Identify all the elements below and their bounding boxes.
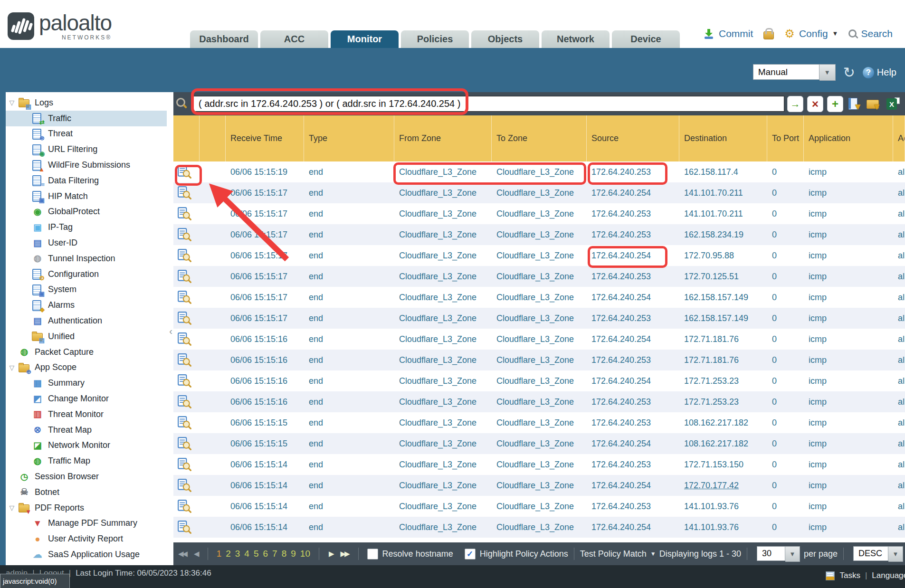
tree-expander-icon[interactable]: ▽ bbox=[6, 364, 18, 371]
highlight-policy-actions-checkbox[interactable]: ✓ bbox=[465, 549, 476, 560]
log-detail-magnifier-icon[interactable] bbox=[173, 224, 200, 245]
sidebar-item-alarms[interactable]: ◆Alarms bbox=[6, 297, 167, 313]
page-number-5[interactable]: 5 bbox=[254, 549, 259, 559]
sidebar-item-traffic-map[interactable]: ◍Traffic Map bbox=[6, 453, 167, 469]
log-detail-magnifier-icon[interactable] bbox=[173, 203, 200, 224]
column-header-to-port[interactable]: To Port bbox=[767, 115, 804, 161]
tab-network[interactable]: Network bbox=[542, 30, 610, 48]
page-number-1[interactable]: 1 bbox=[217, 549, 222, 559]
page-number-6[interactable]: 6 bbox=[263, 549, 268, 559]
column-header-receive-time[interactable]: Receive Time bbox=[226, 115, 304, 161]
tab-dashboard[interactable]: Dashboard bbox=[190, 30, 258, 48]
page-number-4[interactable]: 4 bbox=[244, 549, 249, 559]
log-detail-magnifier-icon[interactable] bbox=[173, 496, 200, 517]
page-number-9[interactable]: 9 bbox=[291, 549, 296, 559]
log-detail-magnifier-icon[interactable] bbox=[173, 308, 200, 329]
column-header-to-zone[interactable]: To Zone bbox=[492, 115, 587, 161]
column-header-from-zone[interactable]: From Zone bbox=[394, 115, 492, 161]
commit-button[interactable]: Commit bbox=[719, 28, 753, 39]
sidebar-item-summary[interactable]: ▦Summary bbox=[6, 375, 167, 391]
sidebar-item-packet-capture[interactable]: ◍Packet Capture bbox=[6, 344, 167, 360]
log-detail-magnifier-icon[interactable] bbox=[173, 454, 200, 475]
log-detail-magnifier-icon[interactable] bbox=[173, 161, 200, 182]
sidebar-item-traffic[interactable]: ⇄Traffic bbox=[6, 111, 167, 126]
sidebar-item-user-activity-report[interactable]: ●User Activity Report bbox=[6, 531, 167, 547]
sidebar-item-pdf-reports[interactable]: ▽▼PDF Reports bbox=[6, 500, 167, 516]
sidebar-item-change-monitor[interactable]: ◩Change Monitor bbox=[6, 391, 167, 407]
last-page-icon[interactable]: ▶▶ bbox=[341, 550, 349, 558]
page-number-2[interactable]: 2 bbox=[226, 549, 231, 559]
tab-device[interactable]: Device bbox=[612, 30, 680, 48]
refresh-mode-caret-icon[interactable]: ▼ bbox=[819, 64, 836, 81]
tab-policies[interactable]: Policies bbox=[401, 30, 469, 48]
sidebar-item-hip-match[interactable]: ▣HIP Match bbox=[6, 189, 167, 204]
sidebar-item-wildfire-submissions[interactable]: ▲WildFire Submissions bbox=[6, 157, 167, 173]
log-detail-magnifier-icon[interactable] bbox=[173, 391, 200, 412]
column-header-type[interactable]: Type bbox=[304, 115, 394, 161]
filter-builder-icon[interactable]: ▼ bbox=[847, 96, 862, 112]
sidebar-item-tunnel-inspection[interactable]: ◍Tunnel Inspection bbox=[6, 251, 167, 266]
tree-expander-icon[interactable]: ▽ bbox=[6, 504, 18, 512]
language-button[interactable]: Language bbox=[872, 571, 905, 580]
tree-expander-icon[interactable]: ▽ bbox=[6, 99, 18, 106]
log-detail-magnifier-icon[interactable] bbox=[173, 370, 200, 391]
search-button[interactable]: Search bbox=[861, 28, 893, 39]
lock-icon[interactable] bbox=[763, 31, 774, 39]
per-page-select[interactable]: 30 ▼ bbox=[757, 546, 800, 562]
clear-filter-button[interactable]: ✕ bbox=[807, 96, 823, 112]
sidebar-item-ip-tag[interactable]: ▣IP-Tag bbox=[6, 219, 167, 235]
per-page-caret-icon[interactable]: ▼ bbox=[785, 546, 800, 562]
apply-filter-button[interactable]: → bbox=[787, 96, 803, 112]
log-detail-magnifier-icon[interactable] bbox=[173, 412, 200, 433]
log-detail-magnifier-icon[interactable] bbox=[173, 182, 200, 203]
help-link[interactable]: ? Help bbox=[863, 67, 896, 78]
page-number-7[interactable]: 7 bbox=[272, 549, 277, 559]
log-detail-magnifier-icon[interactable] bbox=[173, 350, 200, 370]
test-policy-match-button[interactable]: Test Policy Match▼ bbox=[580, 549, 656, 559]
sidebar-item-authentication[interactable]: ▤Authentication bbox=[6, 313, 167, 329]
filter-query-input[interactable] bbox=[192, 96, 784, 112]
sidebar-item-system[interactable]: ▣System bbox=[6, 282, 167, 298]
sidebar-item-app-scope[interactable]: ▽⊕App Scope bbox=[6, 360, 167, 376]
sidebar-item-user-id[interactable]: ▤User-ID bbox=[6, 235, 167, 251]
add-filter-button[interactable]: + bbox=[827, 96, 843, 112]
sidebar-item-logs[interactable]: ▽▤Logs bbox=[6, 95, 167, 111]
tab-objects[interactable]: Objects bbox=[471, 30, 539, 48]
log-detail-magnifier-icon[interactable] bbox=[173, 266, 200, 287]
log-detail-magnifier-icon[interactable] bbox=[173, 433, 200, 454]
log-detail-magnifier-icon[interactable] bbox=[173, 517, 200, 538]
sidebar-item-manage-pdf-summary[interactable]: ▼Manage PDF Summary bbox=[6, 516, 167, 531]
sidebar-item-url-filtering[interactable]: ◉URL Filtering bbox=[6, 142, 167, 157]
refresh-mode-select[interactable]: Manual ▼ bbox=[753, 64, 836, 81]
sidebar-item-threat-map[interactable]: ⊗Threat Map bbox=[6, 422, 167, 438]
sort-order-caret-icon[interactable]: ▼ bbox=[888, 546, 903, 562]
sort-order-select[interactable]: DESC ▼ bbox=[853, 546, 903, 562]
page-number-3[interactable]: 3 bbox=[235, 549, 240, 559]
resolve-hostname-checkbox[interactable] bbox=[367, 549, 378, 560]
log-detail-magnifier-icon[interactable] bbox=[173, 245, 200, 266]
sidebar-item-threat[interactable]: ⊗Threat bbox=[6, 126, 167, 142]
next-page-icon[interactable]: ▶ bbox=[329, 550, 333, 558]
sidebar-collapse-handle[interactable]: ‹ bbox=[169, 326, 172, 337]
sidebar-item-botnet[interactable]: ☠Botnet bbox=[6, 484, 167, 500]
sidebar-item-saas-application-usage[interactable]: ☁SaaS Application Usage bbox=[6, 547, 167, 562]
log-detail-magnifier-icon[interactable] bbox=[173, 329, 200, 350]
column-header-application[interactable]: Application bbox=[804, 115, 893, 161]
log-detail-magnifier-icon[interactable] bbox=[173, 475, 200, 496]
sidebar-item-unified[interactable]: ▤Unified bbox=[6, 329, 167, 344]
sidebar-item-configuration[interactable]: ⚙Configuration bbox=[6, 266, 167, 282]
export-to-csv-icon[interactable]: X bbox=[885, 96, 900, 112]
log-detail-magnifier-icon[interactable] bbox=[173, 287, 200, 308]
prev-page-icon[interactable]: ◀ bbox=[194, 550, 198, 558]
sidebar-item-globalprotect[interactable]: ◉GlobalProtect bbox=[6, 204, 167, 220]
refresh-icon[interactable]: ↻ bbox=[843, 66, 855, 80]
sidebar-item-network-monitor[interactable]: ◪Network Monitor bbox=[6, 438, 167, 454]
tasks-button[interactable]: Tasks bbox=[839, 571, 860, 580]
sidebar-item-data-filtering[interactable]: ≡Data Filtering bbox=[6, 173, 167, 189]
page-number-8[interactable]: 8 bbox=[282, 549, 287, 559]
column-header-action[interactable]: Action bbox=[893, 115, 905, 161]
page-number-10[interactable]: 10 bbox=[300, 549, 310, 559]
tab-monitor[interactable]: Monitor bbox=[331, 30, 399, 48]
column-header-source[interactable]: Source bbox=[587, 115, 679, 161]
tab-acc[interactable]: ACC bbox=[260, 30, 328, 48]
